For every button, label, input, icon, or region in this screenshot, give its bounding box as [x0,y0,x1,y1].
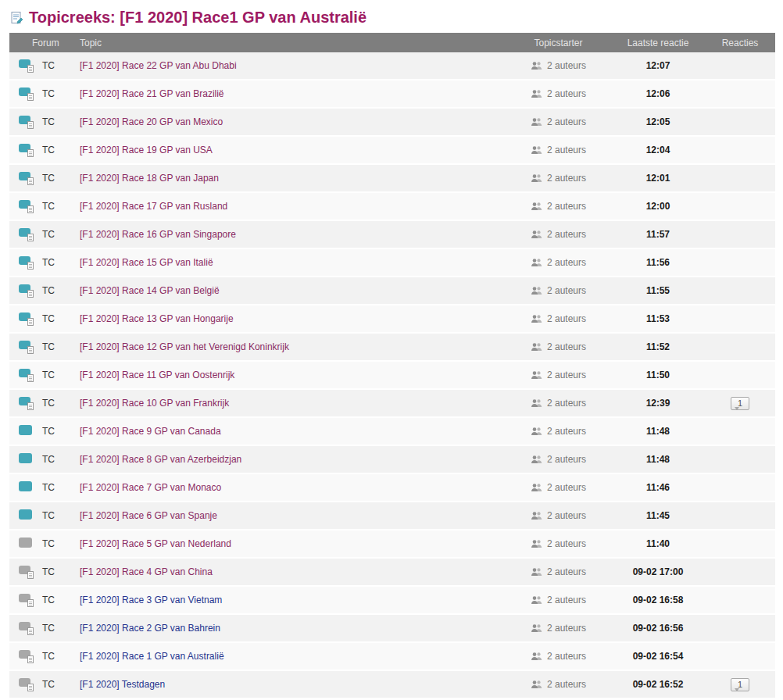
authors-count-label: 2 auteurs [547,454,586,465]
topic-link[interactable]: [F1 2020] Testdagen [80,679,165,690]
forum-cell: TC [9,396,70,410]
authors-group-icon [531,483,543,492]
topic-link[interactable]: [F1 2020] Race 16 GP van Singapore [80,229,236,240]
last-reply-time: 12:04 [611,145,705,155]
authors-count-label: 2 auteurs [547,173,586,184]
topic-status-bubble-icon [18,59,35,73]
authors-group-icon [531,511,543,520]
forum-code-link[interactable]: TC [42,88,55,99]
topic-cell: [F1 2020] Race 3 GP van Vietnam [70,595,506,605]
topic-cell: [F1 2020] Race 2 GP van Bahrein [70,623,506,634]
column-header-last-reply: Laatste reactie [611,38,705,48]
authors-group-icon [531,145,543,155]
topic-status-bubble-icon [18,171,35,185]
forum-code-link[interactable]: TC [42,398,55,409]
topicstarter-cell: 2 auteurs [506,60,611,71]
forum-code-link[interactable]: TC [42,341,55,352]
topic-cell: [F1 2020] Race 20 GP van Mexico [70,116,506,127]
page-header: Topicreeks: [F1 2020] Race1 GP van Austr… [0,0,783,33]
authors-group-icon [531,286,543,295]
reply-count-badge[interactable]: 1 [731,678,749,691]
topic-link[interactable]: [F1 2020] Race 12 GP van het Verenigd Ko… [80,341,289,352]
authors-group-icon [531,61,543,70]
topic-cell: [F1 2020] Race 12 GP van het Verenigd Ko… [70,341,506,352]
forum-code-link[interactable]: TC [42,60,55,71]
topic-link[interactable]: [F1 2020] Race 19 GP van USA [80,145,213,155]
topic-status-bubble-icon [18,621,35,635]
note-page-icon [27,655,34,663]
last-reply-time: 09-02 16:58 [611,595,705,605]
topic-link[interactable]: [F1 2020] Race 20 GP van Mexico [80,116,223,127]
forum-cell: TC [9,452,70,466]
topic-link[interactable]: [F1 2020] Race 17 GP van Rusland [80,201,227,212]
forum-cell: TC [9,509,70,523]
topic-status-bubble-icon [18,284,35,298]
topic-link[interactable]: [F1 2020] Race 2 GP van Bahrein [80,623,220,634]
topic-link[interactable]: [F1 2020] Race 6 GP van Spanje [80,510,217,521]
forum-code-link[interactable]: TC [42,116,55,127]
topicstarter-cell: 2 auteurs [506,623,611,634]
topic-status-bubble-icon [18,396,35,410]
forum-code-link[interactable]: TC [42,566,55,577]
forum-code-link[interactable]: TC [42,285,55,296]
topic-status-bubble-icon [18,537,35,551]
topicstarter-cell: 2 auteurs [506,341,611,352]
forum-cell: TC [9,115,70,129]
topic-link[interactable]: [F1 2020] Race 21 GP van Brazilië [80,88,224,99]
last-reply-time: 11:55 [611,285,705,296]
authors-count-label: 2 auteurs [547,285,586,296]
topic-link[interactable]: [F1 2020] Race 11 GP van Oostenrijk [80,370,234,380]
forum-code-link[interactable]: TC [42,595,55,605]
forum-code-link[interactable]: TC [42,145,55,155]
topic-link[interactable]: [F1 2020] Race 10 GP van Frankrijk [80,398,229,409]
authors-group-icon [531,427,543,436]
speech-bubble-icon [19,509,32,520]
topic-link[interactable]: [F1 2020] Race 4 GP van China [80,566,213,577]
topic-link[interactable]: [F1 2020] Race 9 GP van Canada [80,426,221,437]
topic-cell: [F1 2020] Race 5 GP van Nederland [70,538,506,549]
forum-code-link[interactable]: TC [42,679,55,690]
note-page-icon [27,627,34,635]
forum-code-link[interactable]: TC [42,651,55,662]
forum-code-link[interactable]: TC [42,370,55,380]
forum-cell: TC [9,480,70,495]
topic-link[interactable]: [F1 2020] Race 1 GP van Australië [80,651,224,662]
authors-group-icon [531,173,543,183]
forum-code-link[interactable]: TC [42,173,55,184]
authors-group-icon [531,680,543,689]
table-row: TC [F1 2020] Race 3 GP van Vietnam 2 aut… [9,587,775,615]
note-page-icon [27,205,34,213]
topic-link[interactable]: [F1 2020] Race 3 GP van Vietnam [80,595,222,605]
authors-count-label: 2 auteurs [547,398,586,409]
forum-code-link[interactable]: TC [42,623,55,634]
forum-code-link[interactable]: TC [42,229,55,240]
reply-count-badge[interactable]: 1 [731,397,749,410]
topic-link[interactable]: [F1 2020] Race 18 GP van Japan [80,173,219,184]
topic-link[interactable]: [F1 2020] Race 15 GP van Italië [80,257,213,268]
topic-link[interactable]: [F1 2020] Race 14 GP van België [80,285,220,296]
forum-code-link[interactable]: TC [42,313,55,324]
forum-code-link[interactable]: TC [42,201,55,212]
forum-code-link[interactable]: TC [42,538,55,549]
authors-count-label: 2 auteurs [547,595,586,605]
topic-link[interactable]: [F1 2020] Race 22 GP van Abu Dhabi [80,60,237,71]
topic-cell: [F1 2020] Race 11 GP van Oostenrijk [70,370,506,380]
forum-code-link[interactable]: TC [42,426,55,437]
authors-group-icon [531,230,543,239]
topic-status-bubble-icon [18,424,35,438]
topic-status-bubble-icon [18,480,35,495]
forum-code-link[interactable]: TC [42,510,55,521]
forum-cell: TC [9,59,70,73]
topic-link[interactable]: [F1 2020] Race 7 GP van Monaco [80,482,221,493]
forum-code-link[interactable]: TC [42,482,55,493]
topic-status-bubble-icon [18,677,35,691]
forum-code-link[interactable]: TC [42,257,55,268]
table-row: TC [F1 2020] Race 15 GP van Italië 2 aut… [9,249,775,277]
topic-link[interactable]: [F1 2020] Race 5 GP van Nederland [80,538,231,549]
forum-code-link[interactable]: TC [42,454,55,465]
authors-count-label: 2 auteurs [547,510,586,521]
topic-link[interactable]: [F1 2020] Race 13 GP van Hongarije [80,313,234,324]
last-reply-time: 12:05 [611,116,705,127]
topic-link[interactable]: [F1 2020] Race 8 GP van Azerbeidzjan [80,454,241,465]
topic-cell: [F1 2020] Race 17 GP van Rusland [70,201,506,212]
